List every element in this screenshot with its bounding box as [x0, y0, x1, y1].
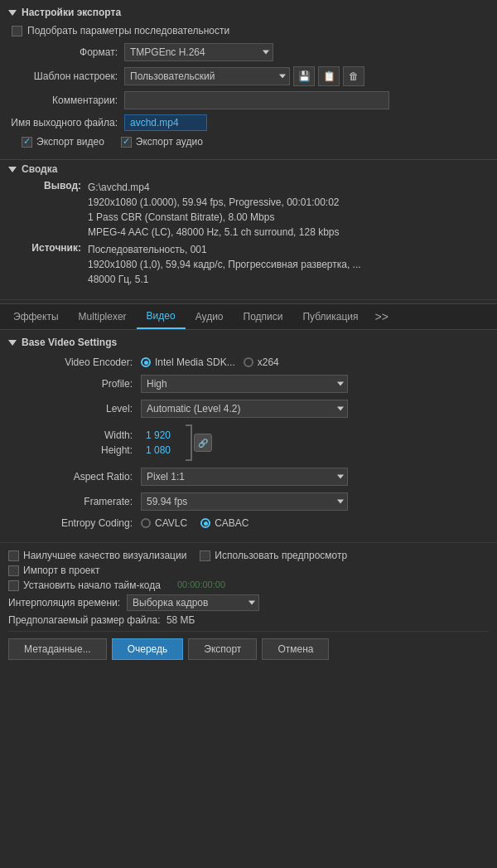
encoder-options: Intel Media SDK... x264 — [141, 356, 279, 368]
link-dimensions-button[interactable]: 🔗 — [194, 434, 212, 452]
match-sequence-checkbox[interactable] — [12, 26, 22, 36]
filesize-value: 58 МБ — [166, 614, 195, 626]
bottom-checkboxes-row1: Наилучшее качество визуализации Использо… — [8, 550, 489, 561]
best-quality-checkbox[interactable] — [8, 550, 19, 561]
best-quality-item[interactable]: Наилучшее качество визуализации — [8, 550, 186, 561]
bottom-checkboxes-row2: Импорт в проект — [8, 565, 489, 576]
entropy-radio-cavlc[interactable] — [141, 518, 151, 528]
encoder-option1-label: Intel Media SDK... — [155, 356, 235, 368]
encoder-radio2[interactable] — [244, 357, 253, 367]
profile-select[interactable]: High — [141, 375, 348, 393]
encoder-label: Video Encoder: — [8, 356, 141, 368]
summary-source-line1: Последовательность, 001 — [88, 242, 361, 257]
encoder-option2[interactable]: x264 — [244, 356, 279, 368]
entropy-cabac[interactable]: CABAC — [200, 517, 248, 529]
summary-source-line3: 48000 Гц, 5.1 — [88, 272, 361, 287]
format-row: Формат: TMPGEnc H.264 — [8, 43, 489, 61]
width-row: Width: 1 920 — [8, 429, 179, 441]
template-select-wrapper: Пользовательский — [124, 67, 290, 85]
summary-source-line2: 1920x1080 (1,0), 59,94 кадр/с, Прогресси… — [88, 257, 361, 272]
filename-label: Имя выходного файла: — [8, 117, 124, 129]
template-controls: Пользовательский 💾 📋 🗑 — [124, 66, 364, 86]
export-button[interactable]: Экспорт — [188, 638, 257, 660]
profile-select-wrapper: High — [141, 375, 348, 393]
summary-title: Сводка — [22, 163, 57, 175]
cancel-button[interactable]: Отмена — [262, 638, 329, 660]
aspect-ratio-row: Aspect Ratio: Pixel 1:1 — [8, 468, 489, 486]
tab-bar: Эффекты Multiplexer Видео Аудио Подписи … — [0, 303, 497, 330]
encoder-option1[interactable]: Intel Media SDK... — [141, 356, 235, 368]
dimensions-group: Width: 1 920 Height: 1 080 — [8, 429, 179, 456]
tab-multiplexer[interactable]: Multiplexer — [69, 305, 137, 328]
width-value: 1 920 — [146, 429, 179, 441]
set-timecode-item[interactable]: Установить начало тайм-кода — [8, 579, 161, 591]
summary-source-value: Последовательность, 001 1920x1080 (1,0),… — [88, 242, 361, 287]
level-row: Level: Automatic (Level 4.2) — [8, 400, 489, 418]
template-delete-button[interactable]: 🗑 — [343, 66, 364, 86]
import-project-item[interactable]: Импорт в проект — [8, 565, 99, 576]
bottom-section: Наилучшее качество визуализации Использо… — [0, 543, 497, 667]
template-select[interactable]: Пользовательский — [124, 67, 290, 85]
encoder-row: Video Encoder: Intel Media SDK... x264 — [8, 356, 489, 368]
filesize-label: Предполагаемый размер файла: — [8, 614, 161, 626]
tab-effects[interactable]: Эффекты — [3, 305, 69, 328]
export-settings-title: Настройки экспорта — [22, 7, 121, 18]
tab-audio[interactable]: Аудио — [186, 305, 234, 328]
comment-row: Комментарии: — [8, 91, 489, 109]
collapse-icon[interactable] — [8, 10, 17, 16]
use-preview-item[interactable]: Использовать предпросмотр — [200, 550, 347, 561]
format-select-wrapper: TMPGEnc H.264 — [124, 43, 273, 61]
metadata-button[interactable]: Метаданные... — [8, 638, 107, 660]
template-copy-button[interactable]: 📋 — [318, 66, 340, 86]
bracket-shape — [186, 424, 192, 461]
entropy-row: Entropy Coding: CAVLC CABAC — [8, 517, 489, 529]
export-audio-checkbox[interactable] — [121, 137, 132, 148]
interpolation-select[interactable]: Выборка кадров — [127, 594, 259, 611]
tab-video[interactable]: Видео — [137, 304, 186, 329]
tab-publish[interactable]: Публикация — [292, 305, 368, 328]
filename-value[interactable]: avchd.mp4 — [124, 114, 207, 131]
encoder-radio1[interactable] — [141, 357, 151, 367]
template-save-button[interactable]: 💾 — [293, 66, 315, 86]
import-project-checkbox[interactable] — [8, 565, 19, 576]
summary-output-row: Вывод: G:\avchd.mp4 1920x1080 (1.0000), … — [22, 180, 489, 240]
set-timecode-checkbox[interactable] — [8, 580, 19, 591]
framerate-row: Framerate: 59.94 fps — [8, 492, 489, 511]
aspect-ratio-select-wrapper: Pixel 1:1 — [141, 468, 348, 486]
entropy-cavlc[interactable]: CAVLC — [141, 517, 187, 529]
level-select[interactable]: Automatic (Level 4.2) — [141, 400, 348, 418]
match-sequence-label: Подобрать параметры последовательности — [27, 25, 229, 36]
comment-input[interactable] — [124, 91, 389, 109]
main-container: Настройки экспорта Подобрать параметры п… — [0, 0, 497, 667]
export-settings-header: Настройки экспорта — [8, 7, 489, 18]
timecode-value: 00:00:00:00 — [177, 579, 225, 591]
tab-subtitles[interactable]: Подписи — [234, 305, 293, 328]
export-audio-label: Экспорт аудио — [136, 136, 203, 148]
export-checkboxes: Экспорт видео Экспорт аудио — [8, 136, 489, 148]
export-audio-item[interactable]: Экспорт аудио — [121, 136, 203, 148]
filesize-row: Предполагаемый размер файла: 58 МБ — [8, 614, 489, 626]
level-label: Level: — [8, 403, 141, 415]
height-row: Height: 1 080 — [8, 444, 179, 456]
entropy-radio-cabac[interactable] — [200, 518, 210, 528]
aspect-ratio-select[interactable]: Pixel 1:1 — [141, 468, 348, 486]
summary-collapse-icon[interactable] — [8, 167, 17, 172]
queue-button[interactable]: Очередь — [112, 638, 184, 660]
bottom-checkboxes-row3: Установить начало тайм-кода 00:00:00:00 — [8, 579, 489, 591]
tab-more[interactable]: >> — [369, 304, 395, 329]
entropy-cavlc-label: CAVLC — [155, 517, 187, 529]
entropy-label: Entropy Coding: — [8, 517, 141, 529]
set-timecode-label: Установить начало тайм-кода — [23, 579, 161, 591]
summary-source-label: Источник: — [22, 242, 88, 287]
summary-output-value: G:\avchd.mp4 1920x1080 (1.0000), 59.94 f… — [88, 180, 340, 240]
video-settings-section: Base Video Settings Video Encoder: Intel… — [0, 330, 497, 543]
export-video-checkbox[interactable] — [22, 137, 32, 148]
format-select[interactable]: TMPGEnc H.264 — [124, 43, 273, 61]
framerate-select[interactable]: 59.94 fps — [141, 492, 348, 511]
entropy-options: CAVLC CABAC — [141, 517, 248, 529]
vs-collapse-icon[interactable] — [8, 340, 17, 346]
export-video-item[interactable]: Экспорт видео — [22, 136, 104, 148]
vs-title: Base Video Settings — [22, 337, 117, 348]
use-preview-checkbox[interactable] — [200, 550, 210, 561]
profile-label: Profile: — [8, 378, 141, 390]
